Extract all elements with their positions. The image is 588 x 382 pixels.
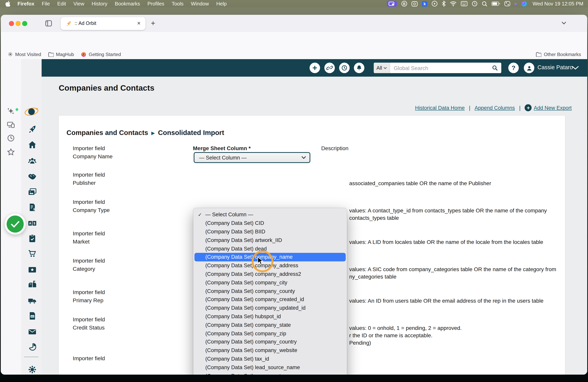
svg-text:$: $ xyxy=(33,222,35,225)
spotlight-icon[interactable] xyxy=(482,1,487,7)
menu-item-profiles[interactable]: Profiles xyxy=(147,1,164,7)
synced-tabs-icon[interactable] xyxy=(7,121,15,129)
dropdown-option[interactable]: (Company Data Set) company_created_id xyxy=(194,295,346,304)
menu-item-tools[interactable]: Tools xyxy=(172,1,184,7)
bookmark-maghub-folder[interactable]: MagHub xyxy=(48,52,74,57)
dropdown-option[interactable]: (Company Data Set) tax_id xyxy=(194,355,346,363)
dropdown-option[interactable]: (Company Data Set) hubspot_id xyxy=(194,312,346,321)
sidebar-item-clipboard-icon[interactable] xyxy=(27,234,37,243)
menu-item-history[interactable]: History xyxy=(92,1,107,7)
sidebar-item-photos-icon[interactable] xyxy=(27,187,37,196)
user-name[interactable]: Cassie Pataro xyxy=(537,64,573,70)
control-center-icon[interactable] xyxy=(504,1,510,7)
bookmark-getting-started[interactable]: Getting Started xyxy=(81,52,121,57)
menu-bar-clock[interactable]: Wed Nov 19 12:05 PM xyxy=(533,1,583,7)
sidebar-item-rates-icon[interactable]: A$ xyxy=(27,219,37,228)
historical-data-home-link[interactable]: Historical Data Home xyxy=(415,105,465,111)
select-value: — Select Column — xyxy=(199,155,301,160)
dropdown-option[interactable]: ✓— Select Column — xyxy=(194,211,346,219)
append-columns-link[interactable]: Append Columns xyxy=(475,105,515,111)
password-app-icon[interactable]: B xyxy=(401,1,407,7)
k-app-icon[interactable]: k xyxy=(422,1,428,7)
bookmark-star-icon[interactable] xyxy=(7,148,15,156)
sidebar-item-rocket-icon[interactable] xyxy=(27,125,37,134)
link-button[interactable] xyxy=(324,63,335,73)
svg-text:A: A xyxy=(29,222,31,225)
keyboard-menu-icon[interactable] xyxy=(461,1,468,7)
dropdown-option[interactable]: (Company Data Set) company_county xyxy=(194,287,346,295)
dropdown-option[interactable]: (Company Data Set) BIID xyxy=(194,227,346,236)
sidebar-item-reports-icon[interactable] xyxy=(27,342,37,352)
merge-column-select[interactable]: — Select Column — xyxy=(194,152,310,163)
siri-icon[interactable] xyxy=(521,1,527,7)
dropdown-option[interactable]: (Company Data Set) CID xyxy=(194,219,346,228)
time-machine-icon[interactable] xyxy=(472,1,478,7)
history-icon[interactable] xyxy=(7,134,15,142)
bookmark-most-visited[interactable]: Most Visited xyxy=(8,52,41,57)
add-new-export-link[interactable]: Add New Export xyxy=(534,105,572,111)
search-input[interactable]: Global Search xyxy=(390,63,492,73)
sidebar-item-delivery-icon[interactable] xyxy=(27,296,37,305)
dropdown-option[interactable]: (Company Data Set) company_zip xyxy=(194,329,346,338)
help-button[interactable]: ? xyxy=(508,63,519,73)
sidebar-item-handshake-icon[interactable] xyxy=(27,171,37,181)
list-tabs-chevron-icon[interactable] xyxy=(561,21,567,25)
page-viewport: $A$W2 ? All Global Search xyxy=(1,59,587,375)
apple-menu-icon[interactable] xyxy=(5,1,10,7)
sidebar-item-invoice-icon[interactable]: $ xyxy=(27,203,37,212)
battery-icon[interactable] xyxy=(492,1,500,7)
notifications-button[interactable] xyxy=(354,63,364,73)
window-minimize-button[interactable] xyxy=(16,21,21,26)
dropdown-option[interactable]: (Company Data Set) company_updated_id xyxy=(194,304,346,312)
screen: FirefoxFileEditViewHistoryBookmarksProfi… xyxy=(0,0,588,382)
notification-dot xyxy=(515,1,517,7)
importer-field-label: Importer field xyxy=(73,145,105,151)
sidebar-item-users-icon[interactable] xyxy=(27,156,37,165)
screen-recording-indicator-icon[interactable] xyxy=(387,1,397,7)
menu-item-view[interactable]: View xyxy=(73,1,84,7)
menu-item-help[interactable]: Help xyxy=(216,1,227,7)
menu-item-file[interactable]: File xyxy=(42,1,50,7)
browser-tab[interactable]: :: Ad Orbit ✕ xyxy=(61,17,146,30)
history-button[interactable] xyxy=(339,63,350,73)
sidebar-item-home-icon[interactable] xyxy=(27,140,37,149)
bluetooth-icon[interactable] xyxy=(442,1,446,7)
screenshot-app-icon[interactable] xyxy=(412,1,418,7)
dropdown-option[interactable]: (Company Data Set) company_state xyxy=(194,321,346,329)
sidebar-item-tax-doc-icon[interactable]: W2 xyxy=(27,311,37,320)
dropdown-option[interactable]: (Company Data Set) company_city xyxy=(194,278,346,287)
sidebar-item-settings-icon[interactable] xyxy=(27,365,37,374)
dropdown-option[interactable]: (Company Data Set) artwork_IID xyxy=(194,236,346,244)
user-menu-chevron-icon[interactable] xyxy=(572,66,579,70)
sidebar-item-email-icon[interactable] xyxy=(27,327,37,337)
new-tab-button[interactable]: + xyxy=(151,20,155,27)
firefox-view-icon[interactable] xyxy=(45,20,53,27)
sidebar-item-events-icon[interactable] xyxy=(27,265,37,274)
user-avatar[interactable] xyxy=(524,63,534,73)
ad-orbit-logo[interactable] xyxy=(24,106,39,117)
window-close-button[interactable] xyxy=(9,21,14,26)
menu-item-firefox[interactable]: Firefox xyxy=(18,1,34,7)
tab-close-icon[interactable]: ✕ xyxy=(137,21,141,26)
dropdown-option[interactable]: (Company Data Set) company_address2 xyxy=(194,270,346,278)
menu-item-bookmarks[interactable]: Bookmarks xyxy=(115,1,140,7)
dropdown-option[interactable]: (Company Data Set) lead_source_name xyxy=(194,363,346,372)
dropdown-option[interactable]: (Company Data Set) company_type xyxy=(194,371,346,375)
search-icon[interactable] xyxy=(492,63,498,73)
wifi-icon[interactable] xyxy=(450,1,457,7)
search-scope-select[interactable]: All xyxy=(374,63,390,73)
add-button[interactable] xyxy=(310,63,320,73)
menu-item-edit[interactable]: Edit xyxy=(57,1,66,7)
play-menu-icon[interactable] xyxy=(432,1,438,7)
importer-field-name: Credit Status xyxy=(73,324,105,331)
dropdown-option[interactable]: (Company Data Set) company_country xyxy=(194,338,346,346)
field-description: values: An ID from users table OR the em… xyxy=(349,297,575,305)
dropdown-option[interactable]: (Company Data Set) company_website xyxy=(194,346,346,355)
ai-sparkle-icon[interactable] xyxy=(7,107,15,116)
sidebar-item-mailbox-icon[interactable] xyxy=(27,280,37,289)
window-zoom-button[interactable] xyxy=(22,21,27,26)
sidebar-item-cart-icon[interactable] xyxy=(27,249,37,258)
other-bookmarks-button[interactable]: Other Bookmarks xyxy=(536,52,581,57)
menu-item-window[interactable]: Window xyxy=(191,1,209,7)
dropdown-option[interactable]: (Company Data Set) dead xyxy=(194,244,346,253)
